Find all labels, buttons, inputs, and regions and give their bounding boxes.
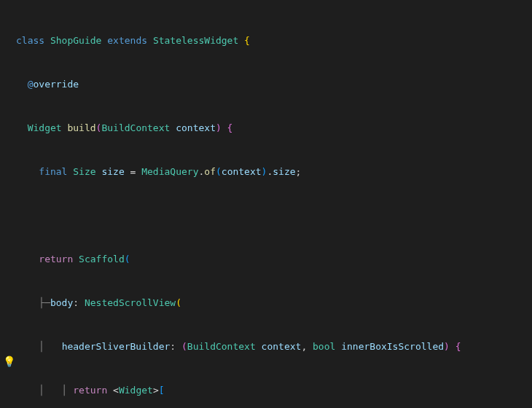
code-line: return Scaffold( <box>16 252 532 267</box>
code-editor[interactable]: class ShopGuide extends StatelessWidget … <box>0 0 532 408</box>
code-line: @override <box>16 77 532 92</box>
code-line: │ │ return <Widget>[ <box>16 383 532 398</box>
code-line: ├─body: NestedScrollView( <box>16 296 532 310</box>
code-line: class ShopGuide extends StatelessWidget … <box>16 34 532 48</box>
code-line: Widget build(BuildContext context) { <box>16 121 532 136</box>
code-line <box>16 208 532 223</box>
code-line: final Size size = MediaQuery.of(context)… <box>16 165 532 179</box>
code-line: │ headerSliverBuilder: (BuildContext con… <box>16 340 532 354</box>
